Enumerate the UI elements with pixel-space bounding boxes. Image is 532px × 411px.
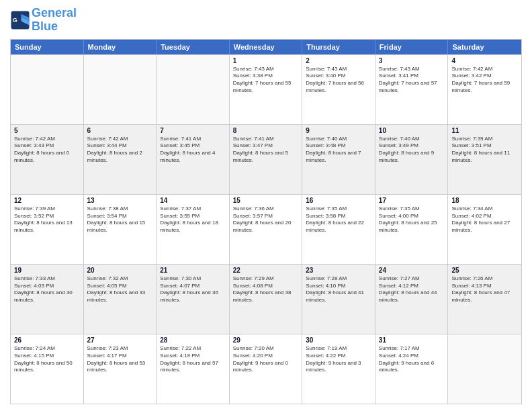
day-number: 6 — [87, 127, 153, 134]
calendar-cell: 20Sunrise: 7:32 AMSunset: 4:05 PMDayligh… — [84, 265, 157, 334]
header: G General Blue — [10, 7, 522, 34]
logo: G General Blue — [10, 7, 77, 34]
header-monday: Monday — [84, 40, 157, 54]
day-info: Sunrise: 7:27 AMSunset: 4:12 PMDaylight:… — [379, 275, 445, 304]
calendar-header: Sunday Monday Tuesday Wednesday Thursday… — [11, 40, 521, 54]
calendar-cell: 26Sunrise: 7:24 AMSunset: 4:15 PMDayligh… — [11, 334, 84, 404]
day-info: Sunrise: 7:40 AMSunset: 3:49 PMDaylight:… — [379, 136, 445, 165]
day-number: 11 — [451, 127, 518, 134]
calendar-cell: 16Sunrise: 7:35 AMSunset: 3:58 PMDayligh… — [302, 195, 375, 264]
calendar-cell — [448, 334, 521, 404]
calendar-cell: 27Sunrise: 7:23 AMSunset: 4:17 PMDayligh… — [84, 334, 157, 404]
day-info: Sunrise: 7:29 AMSunset: 4:08 PMDaylight:… — [233, 275, 299, 304]
calendar-cell: 4Sunrise: 7:42 AMSunset: 3:42 PMDaylight… — [448, 55, 521, 124]
day-info: Sunrise: 7:35 AMSunset: 3:58 PMDaylight:… — [306, 205, 371, 234]
header-friday: Friday — [375, 40, 449, 54]
calendar-row-1: 1Sunrise: 7:43 AMSunset: 3:38 PMDaylight… — [11, 54, 521, 124]
calendar-cell: 30Sunrise: 7:19 AMSunset: 4:22 PMDayligh… — [302, 334, 375, 404]
day-number: 5 — [14, 127, 80, 134]
day-info: Sunrise: 7:43 AMSunset: 3:40 PMDaylight:… — [306, 66, 371, 95]
header-tuesday: Tuesday — [157, 40, 230, 54]
day-info: Sunrise: 7:39 AMSunset: 3:51 PMDaylight:… — [451, 136, 518, 165]
svg-text:G: G — [13, 17, 17, 24]
day-number: 19 — [14, 267, 80, 274]
day-info: Sunrise: 7:37 AMSunset: 3:55 PMDaylight:… — [160, 205, 226, 234]
day-number: 30 — [306, 336, 371, 344]
day-info: Sunrise: 7:42 AMSunset: 3:44 PMDaylight:… — [87, 136, 153, 165]
day-number: 21 — [160, 267, 226, 274]
header-sunday: Sunday — [11, 40, 84, 54]
day-info: Sunrise: 7:35 AMSunset: 4:00 PMDaylight:… — [379, 205, 445, 234]
day-info: Sunrise: 7:32 AMSunset: 4:05 PMDaylight:… — [87, 275, 153, 304]
day-info: Sunrise: 7:40 AMSunset: 3:48 PMDaylight:… — [306, 136, 371, 165]
day-info: Sunrise: 7:36 AMSunset: 3:57 PMDaylight:… — [233, 205, 299, 234]
day-number: 25 — [451, 267, 518, 274]
calendar-cell: 15Sunrise: 7:36 AMSunset: 3:57 PMDayligh… — [230, 195, 303, 264]
calendar-cell: 19Sunrise: 7:33 AMSunset: 4:03 PMDayligh… — [11, 265, 84, 334]
calendar: Sunday Monday Tuesday Wednesday Thursday… — [10, 39, 522, 404]
calendar-cell: 9Sunrise: 7:40 AMSunset: 3:48 PMDaylight… — [302, 125, 375, 194]
calendar-cell: 23Sunrise: 7:28 AMSunset: 4:10 PMDayligh… — [302, 265, 375, 334]
day-info: Sunrise: 7:43 AMSunset: 3:38 PMDaylight:… — [233, 66, 299, 95]
calendar-cell: 29Sunrise: 7:20 AMSunset: 4:20 PMDayligh… — [230, 334, 303, 404]
day-number: 28 — [160, 336, 226, 344]
header-saturday: Saturday — [448, 40, 521, 54]
day-info: Sunrise: 7:38 AMSunset: 3:54 PMDaylight:… — [87, 205, 153, 234]
day-info: Sunrise: 7:42 AMSunset: 3:43 PMDaylight:… — [14, 136, 80, 165]
day-info: Sunrise: 7:26 AMSunset: 4:13 PMDaylight:… — [451, 275, 518, 304]
page: G General Blue Sunday Monday Tuesday Wed — [0, 0, 532, 411]
calendar-row-4: 19Sunrise: 7:33 AMSunset: 4:03 PMDayligh… — [11, 264, 521, 334]
day-info: Sunrise: 7:42 AMSunset: 3:42 PMDaylight:… — [451, 66, 518, 95]
day-number: 22 — [233, 267, 299, 274]
logo-text: General — [32, 7, 77, 20]
calendar-cell: 13Sunrise: 7:38 AMSunset: 3:54 PMDayligh… — [84, 195, 157, 264]
day-info: Sunrise: 7:19 AMSunset: 4:22 PMDaylight:… — [306, 345, 371, 374]
logo-text2: Blue — [32, 20, 77, 34]
calendar-cell — [157, 55, 230, 124]
day-info: Sunrise: 7:41 AMSunset: 3:45 PMDaylight:… — [160, 136, 226, 165]
day-number: 23 — [306, 267, 371, 274]
day-info: Sunrise: 7:34 AMSunset: 4:02 PMDaylight:… — [451, 205, 518, 234]
calendar-cell: 6Sunrise: 7:42 AMSunset: 3:44 PMDaylight… — [84, 125, 157, 194]
day-number: 31 — [379, 336, 445, 344]
calendar-cell: 10Sunrise: 7:40 AMSunset: 3:49 PMDayligh… — [375, 125, 449, 194]
calendar-cell — [84, 55, 157, 124]
day-info: Sunrise: 7:24 AMSunset: 4:15 PMDaylight:… — [14, 345, 80, 374]
day-number: 7 — [160, 127, 226, 134]
calendar-row-5: 26Sunrise: 7:24 AMSunset: 4:15 PMDayligh… — [11, 334, 521, 404]
calendar-cell: 21Sunrise: 7:30 AMSunset: 4:07 PMDayligh… — [157, 265, 230, 334]
day-info: Sunrise: 7:30 AMSunset: 4:07 PMDaylight:… — [160, 275, 226, 304]
day-info: Sunrise: 7:28 AMSunset: 4:10 PMDaylight:… — [306, 275, 371, 304]
day-info: Sunrise: 7:33 AMSunset: 4:03 PMDaylight:… — [14, 275, 80, 304]
day-number: 3 — [379, 57, 445, 64]
day-number: 8 — [233, 127, 299, 134]
header-thursday: Thursday — [302, 40, 375, 54]
day-info: Sunrise: 7:22 AMSunset: 4:19 PMDaylight:… — [160, 345, 226, 374]
calendar-body: 1Sunrise: 7:43 AMSunset: 3:38 PMDaylight… — [11, 54, 521, 404]
day-number: 13 — [87, 197, 153, 204]
calendar-cell: 2Sunrise: 7:43 AMSunset: 3:40 PMDaylight… — [302, 55, 375, 124]
day-number: 26 — [14, 336, 80, 344]
calendar-cell: 22Sunrise: 7:29 AMSunset: 4:08 PMDayligh… — [230, 265, 303, 334]
calendar-cell: 12Sunrise: 7:39 AMSunset: 3:52 PMDayligh… — [11, 195, 84, 264]
calendar-cell: 8Sunrise: 7:41 AMSunset: 3:47 PMDaylight… — [230, 125, 303, 194]
day-number: 14 — [160, 197, 226, 204]
calendar-cell — [11, 55, 84, 124]
calendar-cell: 5Sunrise: 7:42 AMSunset: 3:43 PMDaylight… — [11, 125, 84, 194]
day-number: 24 — [379, 267, 445, 274]
calendar-cell: 11Sunrise: 7:39 AMSunset: 3:51 PMDayligh… — [448, 125, 521, 194]
day-number: 20 — [87, 267, 153, 274]
logo-icon: G — [10, 10, 30, 30]
day-info: Sunrise: 7:17 AMSunset: 4:24 PMDaylight:… — [379, 345, 445, 374]
day-number: 4 — [451, 57, 518, 64]
calendar-cell: 7Sunrise: 7:41 AMSunset: 3:45 PMDaylight… — [157, 125, 230, 194]
day-number: 12 — [14, 197, 80, 204]
day-number: 10 — [379, 127, 445, 134]
day-number: 2 — [306, 57, 371, 64]
calendar-cell: 1Sunrise: 7:43 AMSunset: 3:38 PMDaylight… — [230, 55, 303, 124]
day-number: 17 — [379, 197, 445, 204]
day-number: 15 — [233, 197, 299, 204]
day-number: 9 — [306, 127, 371, 134]
day-number: 16 — [306, 197, 371, 204]
calendar-cell: 17Sunrise: 7:35 AMSunset: 4:00 PMDayligh… — [375, 195, 449, 264]
